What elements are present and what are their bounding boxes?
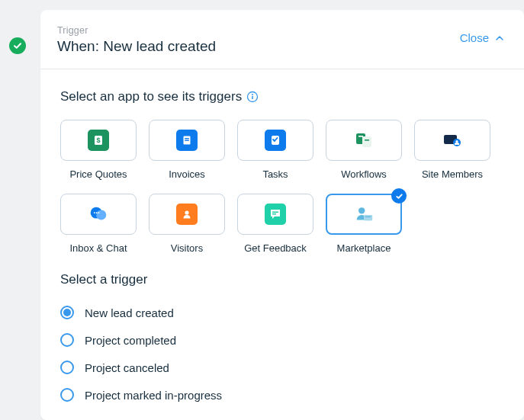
select-app-section: Select an app to see its triggers $ Pric… (40, 69, 524, 254)
app-invoices[interactable] (149, 120, 225, 161)
app-label: Get Feedback (244, 242, 307, 254)
app-site-members[interactable] (414, 120, 490, 161)
close-button[interactable]: Close (460, 31, 504, 44)
invoices-icon (176, 130, 198, 151)
svg-point-1 (252, 94, 253, 95)
app-workflows[interactable] (326, 120, 402, 161)
select-app-title: Select an app to see its triggers (60, 89, 242, 104)
radio-icon (60, 306, 74, 319)
radio-label: Project canceled (85, 361, 169, 374)
tasks-icon (265, 130, 286, 151)
trigger-card: Trigger When: New lead created Close Sel… (40, 10, 524, 420)
svg-rect-2 (252, 96, 253, 100)
radio-label: Project marked in-progress (85, 389, 222, 402)
trigger-option-new-lead-created[interactable]: New lead created (60, 306, 504, 319)
svg-point-21 (98, 212, 100, 213)
svg-rect-28 (365, 216, 371, 217)
svg-rect-25 (272, 213, 276, 215)
trigger-option-project-canceled[interactable]: Project canceled (60, 361, 504, 374)
svg-point-22 (185, 210, 188, 214)
svg-rect-27 (364, 215, 372, 220)
price-quotes-icon: $ (88, 130, 109, 151)
select-trigger-section: Select a trigger New lead created Projec… (40, 254, 524, 402)
trigger-option-project-in-progress[interactable]: Project marked in-progress (60, 388, 504, 402)
check-icon (395, 192, 403, 200)
app-price-quotes[interactable]: $ (60, 120, 137, 161)
radio-icon (60, 333, 74, 347)
app-label: Invoices (169, 168, 205, 180)
radio-label: New lead created (85, 306, 174, 319)
svg-rect-24 (272, 212, 278, 213)
inbox-chat-icon (88, 204, 109, 225)
svg-point-26 (358, 207, 365, 213)
svg-point-19 (94, 212, 95, 213)
svg-rect-7 (185, 140, 189, 141)
svg-point-16 (455, 140, 458, 143)
info-icon[interactable] (246, 91, 259, 103)
svg-rect-13 (365, 139, 369, 141)
app-tasks[interactable] (237, 120, 313, 161)
app-inbox-chat[interactable] (60, 194, 137, 235)
trigger-option-project-completed[interactable]: Project completed (60, 333, 504, 347)
check-icon (13, 41, 22, 50)
workflows-icon (353, 130, 375, 151)
page-title: When: New lead created (57, 38, 216, 55)
site-members-icon (442, 130, 463, 151)
svg-point-18 (96, 210, 106, 220)
trigger-radio-list: New lead created Project completed Proje… (60, 306, 504, 402)
radio-icon (60, 388, 74, 402)
svg-rect-12 (358, 136, 363, 137)
app-get-feedback[interactable] (237, 194, 313, 235)
app-label: Marketplace (337, 242, 391, 254)
app-label: Price Quotes (69, 168, 127, 180)
svg-rect-6 (185, 138, 189, 139)
chevron-up-icon (495, 34, 504, 43)
radio-icon (60, 361, 74, 374)
svg-rect-11 (362, 136, 371, 147)
radio-label: Project completed (85, 334, 176, 347)
header-kicker: Trigger (57, 25, 216, 36)
apps-grid: $ Price Quotes Invoices (60, 120, 509, 254)
step-complete-badge (9, 37, 26, 54)
app-label: Inbox & Chat (69, 242, 127, 254)
svg-point-20 (96, 212, 98, 213)
app-label: Site Members (422, 168, 483, 180)
svg-text:$: $ (96, 136, 100, 144)
close-label: Close (460, 31, 489, 44)
app-label: Workflows (341, 168, 387, 180)
marketplace-icon (353, 204, 375, 225)
app-label: Visitors (171, 242, 203, 254)
get-feedback-icon (265, 204, 286, 225)
app-visitors[interactable] (149, 194, 225, 235)
selected-badge (391, 188, 407, 204)
card-header: Trigger When: New lead created Close (40, 10, 524, 69)
app-label: Tasks (262, 168, 288, 180)
visitors-icon (176, 204, 198, 225)
select-trigger-title: Select a trigger (60, 272, 504, 287)
app-marketplace[interactable] (326, 194, 402, 235)
